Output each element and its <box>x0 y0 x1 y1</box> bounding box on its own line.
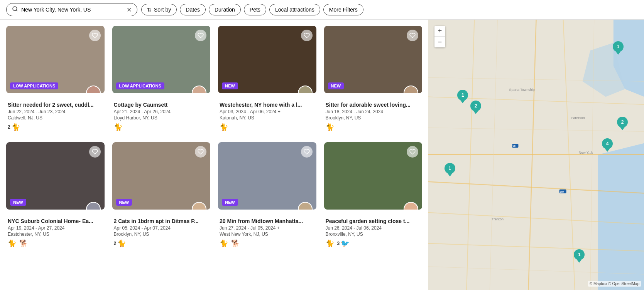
listing-card[interactable]: NEW 20 Min from Midtown Manhatta... Jun … <box>218 142 316 251</box>
clear-icon[interactable]: ✕ <box>127 6 132 13</box>
listing-dates: Apr 03, 2024 - Apr 06, 2024 + <box>220 109 315 114</box>
dates-button[interactable]: Dates <box>180 4 206 15</box>
listings-grid: LOW APPLICATIONS Sitter needed for 2 swe… <box>6 26 422 251</box>
pet-icon: 🐈 <box>12 123 20 131</box>
listing-title: Cottage by Caumsett <box>114 102 209 108</box>
search-box[interactable]: ✕ <box>6 3 137 16</box>
favorite-button[interactable] <box>89 30 101 41</box>
map-panel[interactable]: Sparta Township Paterson New Y...k Trent… <box>428 20 644 290</box>
pet-icon: 🐈 <box>326 123 334 131</box>
card-info: Cottage by Caumsett Apr 21, 2024 - Apr 2… <box>112 93 211 134</box>
sort-by-button[interactable]: ⇅ Sort by <box>141 4 177 15</box>
card-info: Peaceful garden setting close t... Jun 2… <box>324 210 423 251</box>
listing-badge: LOW APPLICATIONS <box>10 82 58 89</box>
pet-info: 🐕 <box>231 239 240 248</box>
avatar <box>404 86 418 93</box>
listing-card[interactable]: NEW 2 Cats in 1bdrm apt in Ditmas P... A… <box>112 142 211 251</box>
listing-pets: 🐈 🐕 <box>8 239 103 248</box>
listing-card[interactable]: LOW APPLICATIONS Cottage by Caumsett Apr… <box>112 26 211 134</box>
pet-icon: 🐕 <box>231 239 240 248</box>
favorite-button[interactable] <box>89 146 101 158</box>
listing-badge: NEW <box>222 82 238 89</box>
card-image: NEW <box>218 142 316 210</box>
favorite-button[interactable] <box>301 146 313 158</box>
favorite-button[interactable] <box>407 146 418 158</box>
listing-card[interactable]: NEW NYC Suburb Colonial Home- Ea... Apr … <box>6 142 105 251</box>
listing-title: Westchester, NY home with a l... <box>220 102 315 108</box>
listing-pets: 🐈 <box>326 123 421 131</box>
listing-card[interactable]: LOW APPLICATIONS Sitter needed for 2 swe… <box>6 26 105 134</box>
listing-pets: 🐈 <box>220 123 315 131</box>
listing-title: NYC Suburb Colonial Home- Ea... <box>8 218 103 224</box>
card-image: NEW <box>112 142 211 210</box>
listing-location: Lloyd Harbor, NY, US <box>114 115 209 121</box>
listing-pets: 🐈 🐕 <box>220 239 315 248</box>
listing-dates: Apr 21, 2024 - Apr 26, 2024 <box>114 109 209 114</box>
card-image: LOW APPLICATIONS <box>6 26 105 93</box>
map-controls: + − <box>434 26 445 47</box>
listing-title: 20 Min from Midtown Manhatta... <box>220 218 315 224</box>
listing-pets: 🐈 3🐦 <box>326 239 421 248</box>
listing-badge: NEW <box>222 199 238 206</box>
listing-dates: Jun 27, 2024 - Jul 05, 2024 + <box>220 225 315 231</box>
favorite-button[interactable] <box>195 30 206 41</box>
card-image: LOW APPLICATIONS <box>112 26 211 93</box>
pet-icon: 🐈 <box>117 239 126 248</box>
main-content: LOW APPLICATIONS Sitter needed for 2 swe… <box>0 20 644 290</box>
avatar <box>192 202 206 210</box>
listing-dates: Jun 18, 2024 - Jun 24, 2024 <box>326 109 421 114</box>
svg-line-1 <box>16 10 17 11</box>
listing-badge: LOW APPLICATIONS <box>116 82 164 89</box>
local-attractions-button[interactable]: Local attractions <box>269 4 320 15</box>
pet-icon: 🐦 <box>341 239 349 248</box>
pet-info: 2🐈 <box>114 239 126 248</box>
listing-card[interactable]: NEW Sitter for adorable sweet loving... … <box>324 26 423 134</box>
favorite-button[interactable] <box>195 146 206 158</box>
listings-panel: LOW APPLICATIONS Sitter needed for 2 swe… <box>0 20 428 290</box>
avatar <box>86 86 101 93</box>
avatar <box>192 86 206 93</box>
card-info: 2 Cats in 1bdrm apt in Ditmas P... Apr 0… <box>112 210 211 251</box>
listing-card[interactable]: Peaceful garden setting close t... Jun 2… <box>324 142 423 251</box>
svg-text:Trenton: Trenton <box>492 217 504 221</box>
svg-text:287: 287 <box>560 190 565 193</box>
card-image: NEW <box>218 26 316 93</box>
svg-point-0 <box>13 7 17 11</box>
pet-icon: 🐈 <box>326 239 334 248</box>
listing-card[interactable]: NEW Westchester, NY home with a l... Apr… <box>218 26 316 134</box>
duration-button[interactable]: Duration <box>209 4 241 15</box>
pet-info: 🐕 <box>19 239 28 248</box>
pets-button[interactable]: Pets <box>244 4 266 15</box>
zoom-in-button[interactable]: + <box>434 26 445 37</box>
listing-pets: 2🐈 <box>8 123 103 131</box>
filter-buttons: ⇅ Sort by Dates Duration Pets Local attr… <box>141 4 363 15</box>
pet-info: 🐈 <box>114 123 122 131</box>
more-filters-button[interactable]: More Filters <box>323 4 363 15</box>
listing-badge: NEW <box>10 199 26 206</box>
card-image <box>324 142 423 210</box>
favorite-button[interactable] <box>301 30 313 41</box>
pet-info: 🐈 <box>326 123 334 131</box>
search-input[interactable] <box>21 7 123 13</box>
pet-icon: 🐈 <box>114 123 122 131</box>
pet-info: 2🐈 <box>8 123 20 131</box>
listing-badge: NEW <box>116 199 132 206</box>
listing-location: Bronxville, NY, US <box>326 232 421 237</box>
avatar <box>298 202 313 210</box>
listing-title: Peaceful garden setting close t... <box>326 218 421 224</box>
svg-text:New Y...k: New Y...k <box>579 151 593 154</box>
pet-icon: 🐈 <box>220 123 228 131</box>
pet-info: 🐈 <box>8 239 16 248</box>
favorite-button[interactable] <box>407 30 418 41</box>
listing-location: Brooklyn, NY, US <box>326 115 421 121</box>
card-info: NYC Suburb Colonial Home- Ea... Apr 19, … <box>6 210 105 251</box>
listing-location: Eastchester, NY, US <box>8 232 103 237</box>
card-info: Sitter for adorable sweet loving... Jun … <box>324 93 423 134</box>
map-attribution: © Mapbox © OpenStreetMap <box>588 281 641 287</box>
svg-text:95: 95 <box>512 144 516 147</box>
listing-badge: NEW <box>328 82 344 89</box>
top-bar: ✕ ⇅ Sort by Dates Duration Pets Local at… <box>0 0 644 20</box>
listing-location: Brooklyn, NY, US <box>114 232 209 237</box>
zoom-out-button[interactable]: − <box>434 37 445 47</box>
listing-dates: Jun 26, 2024 - Jul 06, 2024 <box>326 225 421 231</box>
